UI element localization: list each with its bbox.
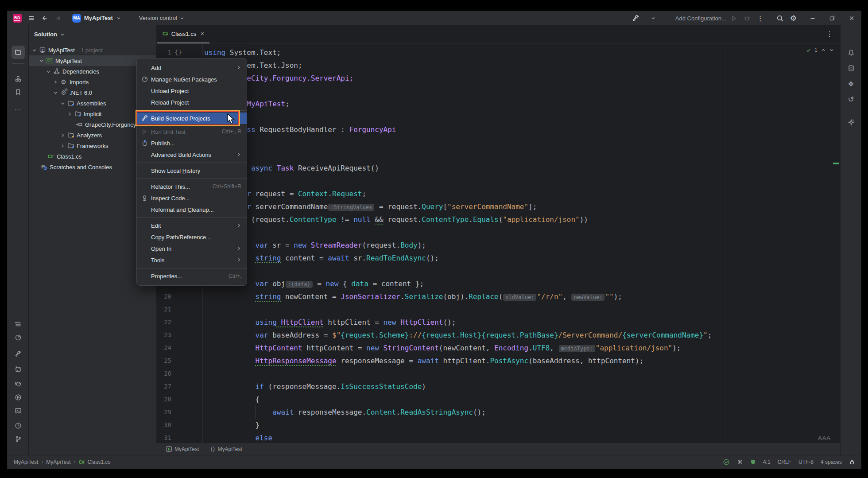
tool-window-tab-myapitest[interactable]: MyApiTest [166, 446, 199, 452]
menu-item-reload-project[interactable]: Reload Project [137, 97, 247, 108]
menu-item-run-unit-test[interactable]: Run Unit TestCtrl+;, R [137, 126, 247, 137]
code-line[interactable]: 19 var obj:{data} = new { data = content… [156, 277, 840, 290]
inspections-widget[interactable]: 1 [806, 47, 834, 53]
code-line[interactable]: 25 HttpResponseMessage responseMessage =… [156, 354, 840, 367]
debug-icon[interactable] [744, 15, 751, 22]
close-icon[interactable] [842, 11, 861, 25]
run-window-icon[interactable] [12, 391, 25, 404]
tool-window-tab-myapitest[interactable]: ⟨⟩MyApiTest [210, 446, 242, 452]
chevron-right-icon[interactable] [60, 144, 66, 148]
structure-icon[interactable] [12, 72, 25, 85]
menu-item-properties[interactable]: Properties...Ctrl+. [137, 270, 247, 282]
bookmark-icon[interactable] [12, 85, 25, 99]
chevron-down-icon[interactable] [829, 47, 834, 53]
code-line[interactable]: 28 { [156, 393, 840, 406]
code-line[interactable]: 17 string content = await sr.ReadToEndAs… [156, 252, 840, 264]
git-icon[interactable] [12, 432, 25, 446]
status-text[interactable]: CRLF [778, 459, 791, 465]
menu-item-manage-nuget-packages[interactable]: Manage NuGet Packages [137, 74, 247, 85]
forward-icon[interactable] [54, 15, 62, 22]
chevron-right-icon[interactable] [60, 133, 66, 138]
shield-icon[interactable] [750, 459, 756, 465]
nuget-packages-icon[interactable]: ❖ [845, 77, 858, 90]
chevron-right-icon[interactable] [53, 80, 58, 85]
code-line[interactable]: 30 } [156, 419, 840, 431]
keymap-icon[interactable] [737, 459, 743, 465]
restore-icon[interactable] [822, 11, 842, 25]
menu-item-add[interactable]: Add [137, 62, 247, 74]
chevron-down-icon[interactable] [46, 69, 51, 74]
solution-panel-header[interactable]: Solution [29, 25, 156, 42]
notifications-bell-icon[interactable] [845, 46, 858, 59]
code-line[interactable]: 3using GrapeCity.Forguncy.ServerApi; [156, 72, 840, 85]
breadcrumb-item[interactable]: Class1.cs [88, 459, 111, 465]
chevron-right-icon[interactable] [67, 112, 73, 117]
terminal-icon[interactable] [12, 404, 25, 417]
code-line[interactable]: 15 { [156, 226, 840, 239]
database-icon[interactable] [845, 62, 858, 75]
menu-item-inspect-code[interactable]: Inspect Code... [137, 192, 247, 204]
code-line[interactable]: 11 { [156, 175, 840, 187]
code-area[interactable]: 1{}using System.Text;2using System.Text.… [156, 46, 840, 444]
chevron-up-icon[interactable] [821, 47, 826, 53]
main-menu-icon[interactable] [28, 15, 35, 22]
chevron-down-icon[interactable] [60, 101, 66, 106]
code-line[interactable]: 24 HttpContent httpContent = new StringC… [156, 342, 840, 354]
code-line[interactable]: 9 [156, 149, 840, 162]
code-line[interactable]: 22 using HttpClient httpClient = new Htt… [156, 316, 840, 329]
more-horizontal-icon[interactable]: ⋯ [12, 103, 25, 117]
code-line[interactable]: 26 [156, 367, 840, 380]
menu-item-copy-path-reference[interactable]: Copy Path/Reference... [137, 231, 247, 243]
status-text[interactable]: UTF-8 [798, 459, 814, 465]
menu-item-advanced-build-actions[interactable]: Advanced Build Actions [137, 149, 247, 160]
code-line[interactable]: 4 [156, 85, 840, 97]
chevron-down-icon[interactable] [31, 48, 37, 53]
ai-assistant-icon[interactable] [845, 116, 858, 129]
lock-icon[interactable] [849, 459, 855, 465]
code-line[interactable]: 18 [156, 264, 840, 277]
menu-item-open-in[interactable]: Open In [137, 243, 247, 254]
code-line[interactable]: 23 var baseAddress = $"{request.Scheme}:… [156, 329, 840, 342]
settings-gear-icon[interactable]: ⚙ [790, 15, 797, 22]
profiler-icon[interactable] [12, 377, 25, 390]
more-vertical-icon[interactable]: ⋮ [757, 14, 764, 23]
folder-tool-icon[interactable] [12, 46, 25, 59]
menu-item-refactor-this[interactable]: Refactor This...Ctrl+Shift+R [137, 181, 247, 192]
tab-class1cs[interactable]: C# Class1.cs ✕ [157, 25, 209, 43]
error-stripe-mark[interactable] [833, 163, 839, 164]
tree-item-myapitest[interactable]: MyApiTest · 1 project [29, 45, 156, 55]
tab-options-icon[interactable]: ⋮ [826, 30, 833, 38]
code-line[interactable]: 14 if (request.ContentType != null && re… [156, 213, 840, 226]
code-line[interactable]: 12 var request = Context.Request; [156, 187, 840, 200]
code-line[interactable]: 20 string newContent = JsonSerializer.Se… [156, 290, 840, 303]
code-line[interactable]: 27 if (responseMessage.IsSuccessStatusCo… [156, 380, 840, 393]
code-line[interactable]: 2using System.Text.Json; [156, 59, 840, 72]
menu-item-reformat-and-cleanup[interactable]: Reformat and Cleanup... [137, 204, 247, 215]
vcs-widget[interactable]: Version control [139, 15, 185, 21]
breadcrumb-item[interactable]: MyApiTest [14, 459, 38, 465]
search-icon[interactable] [776, 15, 784, 22]
breadcrumb-item[interactable]: MyApiTest [46, 459, 70, 465]
menu-item-edit[interactable]: Edit [137, 220, 247, 231]
code-line[interactable]: 16 var sr = new StreamReader(request.Bod… [156, 239, 840, 252]
close-tab-icon[interactable]: ✕ [200, 31, 204, 37]
todo-list-icon[interactable] [12, 318, 25, 331]
chevron-down-icon[interactable] [39, 58, 44, 63]
status-breadcrumbs[interactable]: MyApiTest›MyApiTest›C#Class1.cs [8, 459, 111, 465]
back-icon[interactable] [41, 15, 48, 22]
project-widget[interactable]: MA MyApiTest [72, 14, 121, 23]
code-line[interactable]: 21 [156, 303, 840, 316]
code-line[interactable]: 13 var serverCommandName:StringValues = … [156, 200, 840, 213]
chevron-down-icon[interactable] [651, 16, 656, 21]
code-line[interactable]: 10 public async Task ReceiveApiRequest() [156, 162, 840, 175]
build-hammer-icon[interactable] [632, 15, 639, 22]
code-line[interactable]: 5namespace MyApiTest; [156, 97, 840, 110]
minimize-icon[interactable] [803, 11, 822, 25]
code-line[interactable]: 6 [156, 110, 840, 123]
menu-item-show-local-history[interactable]: Show Local History [137, 165, 247, 176]
chevron-down-icon[interactable] [53, 90, 58, 95]
check-circle-icon[interactable] [723, 459, 730, 466]
run-configuration-select[interactable]: Add Configuration... [675, 15, 726, 22]
status-text[interactable]: 4 spaces [821, 459, 842, 465]
rollback-icon[interactable]: ↺ [845, 93, 858, 106]
